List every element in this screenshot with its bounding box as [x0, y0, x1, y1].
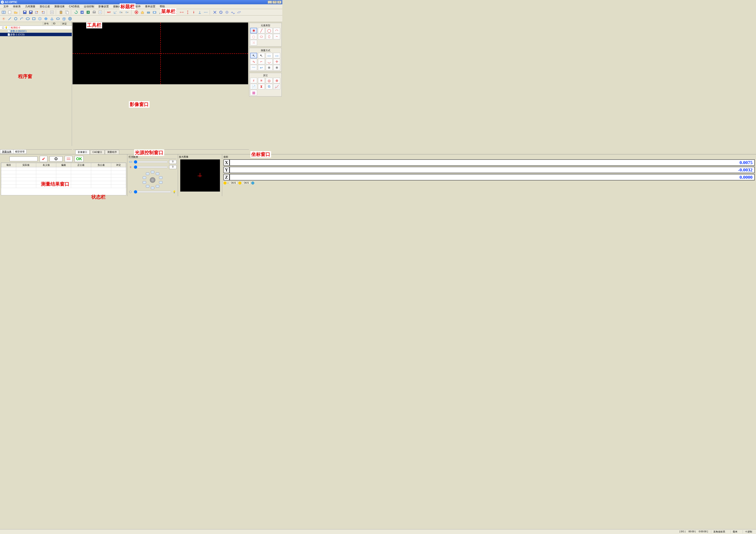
ring-seg[interactable] [156, 172, 159, 175]
tool-zero-x-icon[interactable]: 0X [119, 10, 124, 15]
tool-wave-icon[interactable] [230, 10, 236, 15]
tool-copy-icon[interactable] [64, 10, 70, 15]
shape-point-icon[interactable] [1, 16, 7, 21]
shape-circle-icon[interactable] [13, 16, 18, 21]
tool-refresh-icon[interactable] [73, 10, 79, 15]
shape-sphere-icon[interactable] [43, 16, 49, 21]
ctab-image[interactable]: 影像窗口 [75, 150, 90, 154]
ctab-cad[interactable]: CAD窗口 [90, 150, 104, 154]
mode-arrow-curve-icon[interactable]: ↖ [250, 53, 257, 58]
tool-dim-v-icon[interactable] [185, 10, 191, 15]
tool-zero-y-icon[interactable]: 0Y [124, 10, 130, 15]
shape-rect-icon[interactable] [31, 16, 37, 21]
ring-seg[interactable] [159, 176, 162, 179]
tool-preview-icon[interactable] [97, 10, 103, 15]
ring-seg[interactable] [143, 176, 146, 179]
result-table[interactable]: 项目 实际值 名义值 偏差 正公差 负公差 评定 [1, 163, 126, 195]
maximize-button[interactable]: ❐ [272, 1, 277, 4]
tool-perp-icon[interactable] [197, 10, 202, 15]
other-chart-icon[interactable]: 📈 [273, 84, 280, 89]
tool-cross-icon[interactable] [212, 10, 218, 15]
other-hourglass-icon[interactable]: ⧗ [258, 84, 265, 89]
ring-seg[interactable] [146, 185, 149, 188]
menu-coord[interactable]: 坐标系 [11, 4, 23, 9]
tool-list-icon[interactable] [49, 10, 55, 15]
tree-child-1[interactable]: 📄 参数-1 (CCD) [0, 33, 72, 36]
program-tree[interactable]: - 💡 📄 检测组-0 📄 参数-0 (BASIC) 📄 参数-1 (CCD) [0, 26, 72, 36]
tool-import-icon[interactable] [40, 10, 46, 15]
minimize-button[interactable]: _ [268, 1, 272, 4]
mode-spline-icon[interactable]: ∿ [250, 59, 257, 64]
menu-cad[interactable]: CAD系统 [67, 4, 82, 9]
menu-file[interactable]: 文件 [1, 4, 11, 9]
tool-saveas-icon[interactable] [28, 10, 34, 15]
elem-slot-icon[interactable]: ⬯ [266, 34, 273, 39]
light-top-slider[interactable] [134, 160, 168, 164]
mode-wave-icon[interactable]: 〰 [250, 65, 257, 70]
light-bottom-slider[interactable] [134, 190, 171, 193]
image-viewport[interactable] [72, 22, 248, 85]
elem-curve-icon[interactable]: ~ [273, 34, 280, 39]
tree-child-0[interactable]: 📄 参数-0 (BASIC) [0, 29, 72, 33]
shape-line-icon[interactable] [7, 16, 13, 21]
elem-line-icon[interactable]: ╱ [258, 28, 265, 33]
tree-collapse-icon[interactable]: - [2, 27, 4, 29]
ring-seg[interactable] [143, 181, 146, 184]
ring-seg[interactable] [159, 181, 162, 184]
tool-dim-point-icon[interactable] [191, 10, 197, 15]
ring-seg[interactable] [151, 187, 154, 189]
mode-rect2-icon[interactable]: ▭ [273, 53, 280, 58]
mode-gear-icon[interactable]: ✺ [266, 65, 273, 70]
shape-cube-icon[interactable] [61, 16, 67, 21]
other-pink-icon[interactable]: ▦ [250, 90, 257, 95]
shape-ellipse-icon[interactable] [25, 16, 31, 21]
other-overlap-icon[interactable]: ⧉ [266, 84, 273, 89]
light-side-slider[interactable] [134, 165, 168, 169]
tool-axis-icon[interactable] [113, 10, 118, 15]
result-check-button[interactable]: ✔ [40, 156, 47, 162]
table-row[interactable] [1, 171, 126, 174]
tree-root[interactable]: - 💡 📄 检测组-0 [0, 26, 72, 29]
tool-print-icon[interactable] [92, 10, 97, 15]
mode-hook-icon[interactable]: ↩ [258, 65, 265, 70]
elem-point-icon[interactable]: ✱ [250, 28, 257, 33]
menu-motion[interactable]: 运动控制 [82, 4, 96, 9]
ie-icon[interactable] [251, 182, 254, 185]
elem-circle-icon[interactable]: ◯ [266, 28, 273, 33]
mode-arc2-icon[interactable]: ◡ [266, 59, 273, 64]
tool-open-book-icon[interactable] [1, 10, 7, 15]
table-row[interactable] [1, 178, 126, 181]
other-doc-icon[interactable]: 📄 [250, 84, 257, 89]
shape-arc-icon[interactable] [19, 16, 25, 21]
light-ring-control[interactable] [141, 170, 164, 190]
shape-cone-icon[interactable] [49, 16, 55, 21]
elem-arc-icon[interactable]: ◠ [273, 28, 280, 33]
tool-stop-icon[interactable] [134, 10, 139, 15]
tool-concentric-icon[interactable] [224, 10, 230, 15]
menu-basic[interactable]: 基本设置 [143, 4, 157, 9]
other-target-icon[interactable]: ◎ [266, 78, 273, 83]
mode-gear2-icon[interactable]: ✺ [273, 65, 280, 70]
tool-camera-icon[interactable] [152, 10, 157, 15]
mode-rect-dash-icon[interactable]: ▭ [266, 53, 273, 58]
elem-ellipse-icon[interactable]: ⬭ [258, 34, 265, 39]
result-ok-button[interactable]: OK [74, 156, 84, 162]
tool-excel-icon[interactable]: X [85, 10, 91, 15]
elem-ring-icon[interactable]: ◌ [250, 34, 257, 39]
tool-export-icon[interactable] [34, 10, 40, 15]
ring-seg[interactable] [156, 185, 159, 188]
tool-word-icon[interactable]: W [79, 10, 85, 15]
left-tab-model[interactable]: 模型管理 [13, 150, 27, 154]
result-beads-button[interactable] [65, 156, 72, 162]
menu-image[interactable]: 影像设置 [96, 4, 111, 9]
tool-dash-icon[interactable] [203, 10, 209, 15]
shape-slot-icon[interactable] [55, 16, 61, 21]
left-tab-result[interactable]: 测量结果 [0, 150, 14, 154]
tool-open-icon[interactable] [13, 10, 18, 15]
mode-pointer-icon[interactable]: ↖ [258, 53, 265, 58]
tool-init-icon[interactable]: INIT [106, 10, 112, 15]
shape-cylinder-icon[interactable] [37, 16, 43, 21]
ring-seg[interactable] [151, 171, 154, 173]
other-star-icon[interactable]: ✳ [258, 78, 265, 83]
elem-dots-icon[interactable]: ⁙ [250, 40, 257, 45]
